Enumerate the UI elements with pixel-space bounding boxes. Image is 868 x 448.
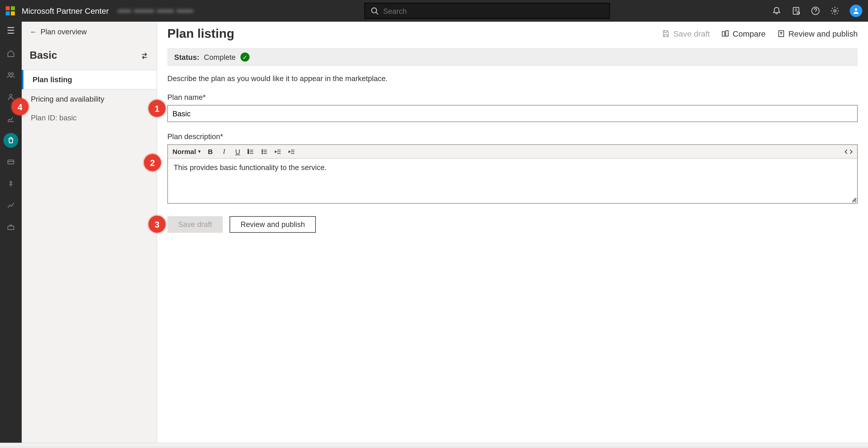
save-draft-button: Save draft (167, 216, 223, 233)
notifications-icon[interactable] (772, 6, 781, 15)
rail-customers-icon[interactable] (3, 68, 18, 83)
settings-icon[interactable] (830, 6, 839, 15)
compare-icon (721, 30, 729, 37)
plan-description-editor: Normal ▾ B I U 123 This provides basic f… (167, 144, 858, 204)
topbar-actions (772, 4, 862, 17)
back-label: Plan overview (40, 27, 87, 36)
button-label: Save draft (178, 220, 212, 229)
rte-style-label: Normal (173, 147, 196, 156)
status-bar: Status: Complete ✓ (167, 48, 858, 66)
publish-icon (777, 30, 785, 37)
action-label: Save draft (673, 29, 710, 38)
rte-outdent-button[interactable] (275, 148, 283, 155)
page-description: Describe the plan as you would like it t… (167, 74, 858, 83)
swap-plan-icon[interactable] (141, 52, 148, 60)
review-publish-button[interactable]: Review and publish (230, 216, 316, 233)
search-input[interactable] (383, 6, 603, 15)
svg-point-5 (834, 10, 836, 12)
plan-name-input[interactable] (167, 105, 858, 122)
global-search[interactable] (364, 3, 610, 19)
side-panel: ← Plan overview Basic Plan listing Prici… (22, 22, 157, 448)
svg-point-7 (8, 73, 11, 75)
chevron-down-icon: ▾ (198, 149, 200, 154)
help-icon[interactable] (811, 6, 820, 15)
sidebar-item-plan-listing[interactable]: Plan listing (22, 70, 156, 90)
annotation-callout-2: 2 (144, 154, 161, 171)
search-icon (371, 7, 379, 15)
rte-content: This provides basic functionality to the… (174, 163, 327, 172)
svg-point-8 (11, 73, 13, 75)
sidebar-item-pricing-availability[interactable]: Pricing and availability (22, 90, 156, 108)
action-review-publish[interactable]: Review and publish (777, 29, 858, 38)
brand-label: Microsoft Partner Center (22, 6, 109, 15)
back-to-plan-overview[interactable]: ← Plan overview (22, 22, 156, 40)
rail-analytics-icon[interactable] (3, 198, 18, 213)
svg-point-9 (9, 94, 12, 97)
svg-rect-14 (726, 31, 728, 36)
rte-style-dropdown[interactable]: Normal ▾ (173, 147, 201, 156)
button-label: Review and publish (241, 220, 305, 229)
svg-rect-10 (8, 160, 14, 164)
svg-point-19 (262, 149, 263, 150)
rail-toolbox-icon[interactable] (3, 220, 18, 235)
resize-handle-icon: ◢ (851, 196, 856, 202)
arrow-left-icon: ← (30, 27, 37, 36)
svg-point-21 (262, 153, 263, 153)
rail-marketplace-icon[interactable] (3, 133, 18, 148)
action-save-draft: Save draft (662, 29, 710, 38)
rte-italic-button[interactable]: I (220, 147, 228, 156)
horizontal-scrollbar[interactable] (0, 443, 868, 448)
rte-bold-button[interactable]: B (206, 147, 214, 156)
annotation-callout-1: 1 (149, 100, 166, 117)
plan-id-label: Plan ID: basic (22, 108, 156, 127)
status-label: Status: (174, 53, 199, 61)
rte-underline-button[interactable]: U (234, 147, 242, 156)
save-icon (662, 30, 670, 37)
action-label: Compare (733, 29, 765, 38)
rail-home-icon[interactable] (3, 46, 18, 61)
left-icon-rail: ☰ (0, 22, 22, 448)
rte-unordered-list-button[interactable] (261, 148, 269, 155)
svg-text:3: 3 (248, 151, 249, 154)
brand-context-blurred: •••• •••••• ••••• ••••• (118, 6, 194, 15)
rte-toolbar: Normal ▾ B I U 123 (168, 145, 857, 159)
plan-description-label: Plan description* (167, 132, 858, 141)
svg-line-1 (376, 12, 378, 14)
action-label: Review and publish (788, 29, 858, 38)
rail-billing-icon[interactable] (3, 155, 18, 170)
sidebar-item-label: Pricing and availability (31, 95, 104, 103)
microsoft-logo-icon (6, 6, 15, 15)
svg-point-20 (262, 151, 263, 152)
user-avatar[interactable] (850, 4, 862, 17)
svg-point-0 (372, 8, 377, 13)
sidebar-item-label: Plan listing (33, 75, 72, 84)
rte-indent-button[interactable] (289, 148, 297, 155)
svg-rect-12 (8, 226, 14, 230)
diagnostics-icon[interactable] (792, 6, 800, 15)
svg-point-11 (10, 181, 12, 183)
status-value: Complete (204, 53, 236, 61)
rte-ordered-list-button[interactable]: 123 (248, 148, 255, 155)
top-bar: Microsoft Partner Center •••• •••••• •••… (0, 0, 868, 22)
annotation-callout-4: 4 (11, 98, 29, 115)
svg-point-6 (855, 8, 857, 11)
annotation-callout-3: 3 (149, 216, 166, 233)
page-title: Plan listing (167, 26, 234, 41)
action-compare[interactable]: Compare (721, 29, 766, 38)
svg-rect-13 (722, 32, 725, 36)
menu-toggle-icon[interactable]: ☰ (7, 25, 15, 36)
rte-textarea[interactable]: This provides basic functionality to the… (168, 159, 857, 203)
rte-code-view-button[interactable] (844, 148, 852, 155)
status-complete-icon: ✓ (240, 53, 249, 61)
main-content: Plan listing Save draft Compare Review a… (157, 22, 868, 448)
plan-name-heading: Basic (30, 50, 57, 62)
rail-incentives-icon[interactable] (3, 176, 18, 191)
plan-name-label: Plan name* (167, 93, 858, 102)
